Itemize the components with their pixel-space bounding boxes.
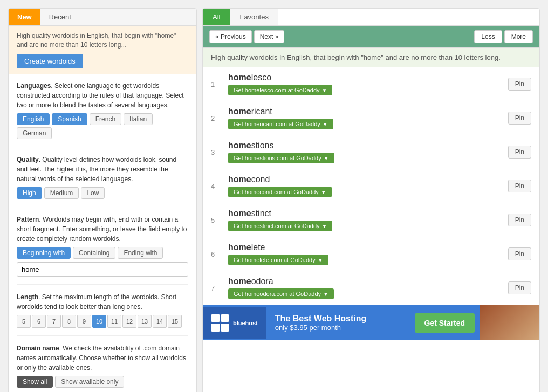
quality-medium[interactable]: Medium <box>44 187 79 199</box>
godaddy-button[interactable]: Get homelesco.com at GoDaddy ▼ <box>228 85 332 95</box>
pin-button[interactable]: Pin <box>508 214 531 226</box>
tab-recent[interactable]: Recent <box>40 9 80 25</box>
result-num: 5 <box>211 216 222 224</box>
len-13[interactable]: 13 <box>138 315 152 328</box>
more-button[interactable]: More <box>504 30 533 43</box>
len-8[interactable]: 8 <box>62 315 76 328</box>
lang-spanish[interactable]: Spanish <box>52 113 87 125</box>
result-link[interactable]: homecond <box>228 175 502 184</box>
result-link[interactable]: homelete <box>228 243 502 252</box>
lang-german[interactable]: German <box>17 127 52 139</box>
len-10[interactable]: 10 <box>92 315 106 328</box>
table-row: 1 homelesco Get homelesco.com at GoDaddy… <box>203 67 539 101</box>
pin-button[interactable]: Pin <box>508 281 531 294</box>
length-label: Length. Set the maximum length of the wo… <box>17 292 188 312</box>
ad-subtitle: only $3.95 per month <box>275 324 406 332</box>
godaddy-button[interactable]: Get homestions.com at GoDaddy ▼ <box>228 153 334 163</box>
pin-button[interactable]: Pin <box>508 180 531 192</box>
ad-title: The Best Web Hosting <box>275 314 406 324</box>
len-14[interactable]: 14 <box>153 315 167 328</box>
lang-english[interactable]: English <box>17 113 50 125</box>
next-button[interactable]: Next » <box>254 30 285 43</box>
info-box: High quality wordoids in English, that b… <box>9 26 196 74</box>
domain-group: Show all Show available only <box>17 376 188 388</box>
tab-new[interactable]: New <box>9 9 40 25</box>
table-row: 7 homeodora Get homeodora.com at GoDaddy… <box>203 271 539 305</box>
languages-group: English Spanish French Italian German <box>17 113 188 139</box>
ad-cta-button[interactable]: Get Started <box>415 313 475 333</box>
quality-label: Quality. Quality level defines how wordo… <box>17 155 188 184</box>
nav-right: Less More <box>474 30 533 43</box>
left-panel: New Recent High quality wordoids in Engl… <box>8 8 197 392</box>
result-link[interactable]: homericant <box>228 107 502 116</box>
table-row: 2 homericant Get homericant.com at GoDad… <box>203 101 539 135</box>
len-15[interactable]: 15 <box>168 315 182 328</box>
quality-section: Quality. Quality level defines how wordo… <box>17 155 188 207</box>
len-9[interactable]: 9 <box>77 315 91 328</box>
result-body: homericant Get homericant.com at GoDaddy… <box>228 107 502 129</box>
result-body: homestinct Get homestinct.com at GoDaddy… <box>228 209 502 231</box>
length-section: Length. Set the maximum length of the wo… <box>17 292 188 336</box>
bluehost-label: bluehost <box>233 320 258 326</box>
pin-button[interactable]: Pin <box>508 247 531 260</box>
result-link[interactable]: homestinct <box>228 209 502 218</box>
godaddy-button[interactable]: Get homestinct.com at GoDaddy ▼ <box>228 221 332 231</box>
result-link[interactable]: homestions <box>228 141 502 150</box>
show-available-only-button[interactable]: Show available only <box>55 376 124 388</box>
result-body: homelesco Get homelesco.com at GoDaddy ▼ <box>228 73 502 95</box>
godaddy-button[interactable]: Get homeodora.com at GoDaddy ▼ <box>228 288 334 299</box>
length-group: 5 6 7 8 9 10 11 12 13 14 15 <box>17 315 188 328</box>
nav-left: « Previous Next » <box>209 30 284 43</box>
result-body: homecond Get homecond.com at GoDaddy ▼ <box>228 175 502 197</box>
pattern-input[interactable]: home <box>17 262 188 277</box>
result-link[interactable]: homeodora <box>228 277 502 286</box>
quality-low[interactable]: Low <box>81 187 105 199</box>
table-row: 4 homecond Get homecond.com at GoDaddy ▼… <box>203 169 539 203</box>
quality-high[interactable]: High <box>17 187 42 199</box>
ad-content: The Best Web Hosting only $3.95 per mont… <box>266 308 415 337</box>
pattern-containing[interactable]: Containing <box>73 247 115 259</box>
len-12[interactable]: 12 <box>122 315 136 328</box>
left-tabs: New Recent <box>9 9 196 26</box>
ad-banner: bluehost The Best Web Hosting only $3.95… <box>203 305 539 340</box>
info-text: High quality wordoids in English, that b… <box>17 32 176 49</box>
pin-button[interactable]: Pin <box>508 112 531 125</box>
show-all-button[interactable]: Show all <box>17 376 53 388</box>
result-num: 7 <box>211 284 222 292</box>
result-link[interactable]: homelesco <box>228 73 502 82</box>
len-6[interactable]: 6 <box>32 315 46 328</box>
table-row: 5 homestinct Get homestinct.com at GoDad… <box>203 203 539 237</box>
pattern-ending-with[interactable]: Ending with <box>118 247 163 259</box>
len-11[interactable]: 11 <box>107 315 121 328</box>
pattern-label: Pattern. Wordoids may begin with, end wi… <box>17 215 188 244</box>
len-7[interactable]: 7 <box>47 315 61 328</box>
pin-button[interactable]: Pin <box>508 146 531 159</box>
result-body: homelete Get homelete.com at GoDaddy ▼ <box>228 243 502 265</box>
lang-french[interactable]: French <box>90 113 121 125</box>
len-5[interactable]: 5 <box>17 315 31 328</box>
rtab-all[interactable]: All <box>203 9 230 25</box>
pattern-section: Pattern. Wordoids may begin with, end wi… <box>17 215 188 285</box>
results-list: 1 homelesco Get homelesco.com at GoDaddy… <box>203 67 539 305</box>
table-row: 3 homestions Get homestions.com at GoDad… <box>203 135 539 169</box>
domain-section: Domain name. We check the availability o… <box>17 343 188 392</box>
table-row: 6 homelete Get homelete.com at GoDaddy ▼… <box>203 237 539 271</box>
app-container: New Recent High quality wordoids in Engl… <box>0 0 548 392</box>
less-button[interactable]: Less <box>474 30 502 43</box>
previous-button[interactable]: « Previous <box>209 30 252 43</box>
pin-button[interactable]: Pin <box>508 78 531 91</box>
lang-italian[interactable]: Italian <box>124 113 153 125</box>
godaddy-button[interactable]: Get homecond.com at GoDaddy ▼ <box>228 187 332 197</box>
pattern-group: Beginning with Containing Ending with <box>17 247 188 259</box>
grid-cell <box>221 314 229 322</box>
godaddy-button[interactable]: Get homelete.com at GoDaddy ▼ <box>228 255 328 265</box>
create-wordoids-button[interactable]: Create wordoids <box>17 54 83 68</box>
domain-label: Domain name. We check the availability o… <box>17 343 188 373</box>
grid-cell <box>221 324 229 332</box>
godaddy-button[interactable]: Get homericant.com at GoDaddy ▼ <box>228 119 333 129</box>
pattern-beginning-with[interactable]: Beginning with <box>17 247 71 259</box>
result-info: High quality wordoids in English, that b… <box>203 48 539 67</box>
rtab-favorites[interactable]: Favorites <box>230 9 278 25</box>
result-body: homestions Get homestions.com at GoDaddy… <box>228 141 502 163</box>
result-num: 4 <box>211 182 222 190</box>
